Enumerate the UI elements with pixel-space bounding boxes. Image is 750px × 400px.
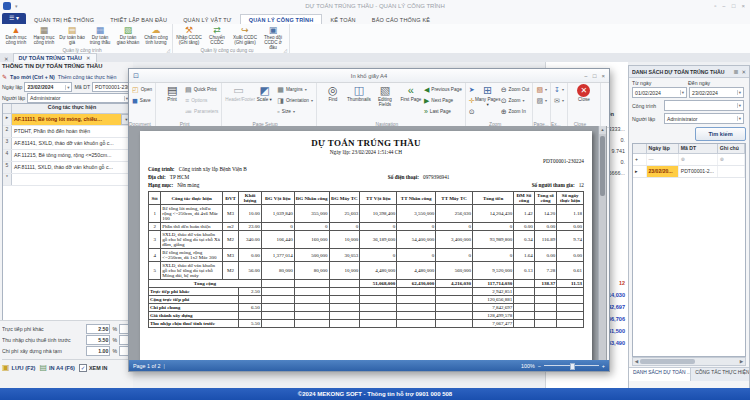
zoom-dropdown-button[interactable]: ⊙Zoom▾ <box>501 95 530 106</box>
date-combobox[interactable]: 23/02/2024▾ <box>24 82 72 92</box>
add-task-link[interactable]: Thêm công tác thực hiện <box>58 74 117 80</box>
h-ng-m-c-c-ng-tr-nh-button[interactable]: ▦Hạng mục công trình <box>30 25 58 46</box>
column-header-ng-y-l-p[interactable]: Ngày lập <box>647 144 679 153</box>
save-button[interactable]: ▣ LƯU (F2) <box>2 363 35 372</box>
d-to-n-giao-kho-n-button[interactable]: ▧Dự toán giao khoán <box>114 25 142 46</box>
estimate-cell[interactable] <box>718 166 745 177</box>
print-a4-button[interactable]: ▤ IN A4 (F6) <box>39 363 74 372</box>
watermark-button[interactable]: ▨▾ <box>536 95 547 106</box>
to-date-combobox[interactable]: 23/02/2024▾ <box>689 87 744 98</box>
estimate-list-row[interactable]: ▸23/02/20...PDT00001-2... <box>633 166 745 178</box>
preview-scrollbar-thumb[interactable] <box>600 136 605 196</box>
d-to-n-tr-ng-th-u-button[interactable]: ▦Dự toán trúng thầu <box>86 25 114 46</box>
zoom-out-button[interactable]: ⊖Zoom Out <box>501 84 530 95</box>
d-to-n-b-o-gi-button[interactable]: ▤Dự toán báo giá <box>58 25 86 46</box>
minimize-icon[interactable]: − <box>722 3 726 9</box>
preview-vertical-scrollbar[interactable]: ▲ <box>598 126 606 360</box>
horizontal-scrollbar[interactable]: ◀ ▶ <box>632 357 746 366</box>
page-color-button[interactable]: ▧▾ <box>536 84 547 95</box>
email-as-button[interactable]: ✉▾ <box>554 95 564 106</box>
save-button[interactable]: ◼Save <box>132 95 152 106</box>
scrollbar-thumb[interactable] <box>640 359 695 364</box>
size-button[interactable]: ▫Size▾ <box>277 106 313 117</box>
margins-button[interactable]: ▦Margins▾ <box>277 84 313 95</box>
panel-tab-c-ng-t-c-th-c-hi-n[interactable]: CÔNG TÁC THỰC HIỆN <box>691 368 749 381</box>
close-window-icon[interactable]: × <box>741 3 745 9</box>
task-row[interactable]: 2PTDHT, Phần thô đến hoàn thiện <box>3 126 132 138</box>
task-row[interactable]: 4AF.11215, Bê tông móng, rộng <=250cm... <box>3 150 132 162</box>
thumbnails-button[interactable]: ◫Thumbnails <box>346 84 372 102</box>
dialog-maximize-icon[interactable]: □ <box>593 73 597 79</box>
previous-page-button[interactable]: ◀Previous Page <box>424 84 462 95</box>
file-menu-button[interactable]: ☰ ▾ <box>2 13 26 24</box>
create-new-link[interactable]: Tạo mới (Ctrl + N) <box>10 74 55 80</box>
filter-cell-icon[interactable]: ⊕ <box>679 154 718 165</box>
print-button[interactable]: ▤Print <box>159 84 185 102</box>
editing-fields-button[interactable]: ▧Editing Fields <box>372 84 398 107</box>
task-row[interactable]: ▸AF.11111, Bê tông lót móng, chiều…▾ <box>3 114 132 126</box>
preview-checkbox[interactable]: ✓ XEM IN <box>79 364 108 372</box>
dialog-minimize-icon[interactable]: − <box>584 73 588 79</box>
scroll-left-icon[interactable]: ◀ <box>633 359 640 364</box>
ribbon-tab-qu-n-l-c-ng-tr-nh[interactable]: QUẢN LÝ CÔNG TRÌNH <box>240 14 323 24</box>
chuy-n-ccdc-button[interactable]: ⇄Chuyển CCDC <box>203 25 231 46</box>
last-page-button[interactable]: »Last Page <box>424 106 462 117</box>
filter-cell-icon[interactable]: ⊕ <box>718 154 745 165</box>
ribbon-tab-b-o-c-o-th-ng-k[interactable]: BÁO CÁO THỐNG KÊ <box>364 15 438 24</box>
code-input[interactable]: PDT00001-230224 <box>92 82 131 92</box>
tab-close-icon[interactable]: ✕ <box>86 55 91 61</box>
task-row[interactable]: * <box>3 174 132 186</box>
ribbon-tab-thi-t-l-p-ban-u[interactable]: THIẾT LẬP BAN ĐẦU <box>102 15 175 24</box>
from-date-combobox[interactable]: 01/02/2024▾ <box>632 87 687 98</box>
zoom-plus-icon[interactable]: + <box>602 363 605 369</box>
column-header-m-dt[interactable]: Mã DT <box>679 144 718 153</box>
zoom-slider-thumb[interactable] <box>570 363 575 370</box>
panel-tab-danh-s-ch-d-to-n[interactable]: DANH SÁCH DỰ TOÁN ... <box>629 368 691 381</box>
ribbon-tab-qu-n-l-v-t-t[interactable]: QUẢN LÝ VẬT TƯ <box>175 15 240 24</box>
next-page-button[interactable]: ▶Next Page <box>424 95 462 106</box>
scale-button[interactable]: ◩Scale ▾ <box>251 84 277 102</box>
creator-filter-combobox[interactable]: Administrator▾ <box>664 113 744 124</box>
help-window-icon[interactable]: ▫ <box>714 3 716 9</box>
close-panel-icon[interactable]: ✕ <box>741 69 746 75</box>
ribbon-tab-qu-n-tr-h-th-ng[interactable]: QUẢN TRỊ HỆ THỐNG <box>26 15 102 24</box>
ratio-value-input[interactable]: 5.50 <box>86 335 110 345</box>
xu-t-ccdc-ghi-gi-m-button[interactable]: ↪Xuất CCDC (Ghi giảm) <box>231 25 259 46</box>
orientation-button[interactable]: ◨Orientation▾ <box>277 95 313 106</box>
document-tab[interactable]: DỰ TOÁN TRÚNG THẦU ✕ <box>13 53 97 62</box>
estimate-cell[interactable]: 23/02/20... <box>647 166 679 177</box>
pin-icon[interactable]: 𝌆 <box>733 69 738 75</box>
creator-combobox[interactable]: Administrator▾ <box>27 93 131 103</box>
magnifier-tool-icon[interactable]: ⊙ <box>469 106 475 117</box>
ribbon-tab-strip: ☰ ▾ QUẢN TRỊ HỆ THỐNGTHIẾT LẬP BAN ĐẦUQU… <box>0 12 750 24</box>
quick-print-button[interactable]: ▤Quick Print <box>185 84 218 95</box>
filter-row[interactable]: +—⊕⊕ <box>633 154 745 166</box>
nh-p-ccdc-ghi-t-ng-button[interactable]: ⚒Nhập CCDC (Ghi tăng) <box>175 25 203 46</box>
first-page-button[interactable]: «First Page <box>398 84 424 102</box>
project-filter-combobox[interactable]: ▾ <box>664 100 744 111</box>
task-row[interactable]: 5AF.81111, SXLD, tháo dỡ ván khuôn gỗ c.… <box>3 162 132 174</box>
zoom-minus-icon[interactable]: − <box>538 363 541 369</box>
theo-d-i-ccdc-u-button[interactable]: ▣Theo dõi CCDC ở đâu <box>259 25 287 46</box>
danh-m-c-c-ng-tr-nh-button[interactable]: ▲Danh mục công trình <box>2 25 30 46</box>
zoom-slider[interactable] <box>544 365 599 366</box>
find-button[interactable]: ◎Find <box>320 84 346 102</box>
maximize-icon[interactable]: □ <box>732 3 736 9</box>
many-pages-button[interactable]: ⊞Many Pages ▾ <box>475 84 501 107</box>
task-row[interactable]: 3AF.81141, SXLD, tháo dỡ ván khuôn gỗ c.… <box>3 138 132 150</box>
close-preview-button[interactable]: ✕Close <box>571 84 597 102</box>
open-button[interactable]: ◰Open <box>132 84 152 95</box>
dialog-close-icon[interactable]: × <box>601 73 605 79</box>
estimate-cell[interactable]: PDT00001-2... <box>679 166 718 177</box>
zoom-in-button[interactable]: ⊕Zoom In <box>501 106 530 117</box>
ch-m-c-ng-t-nh-l-ng-button[interactable]: ☁Chấm công tính lương <box>142 25 170 46</box>
column-header-ghi-ch[interactable]: Ghi chú <box>718 144 745 153</box>
ribbon-tab-k-to-n[interactable]: KẾ TOÁN <box>322 15 363 24</box>
export-to-button[interactable]: ↧▾ <box>554 84 564 95</box>
scroll-up-icon[interactable]: ▲ <box>599 126 606 134</box>
search-button[interactable]: Tìm kiếm <box>695 127 746 141</box>
ratio-value-input[interactable]: 1.00 <box>86 346 110 356</box>
scroll-right-icon[interactable]: ▶ <box>738 359 745 364</box>
filter-cell-icon[interactable]: — <box>647 154 679 165</box>
ratio-value-input[interactable]: 2.50 <box>86 324 110 334</box>
